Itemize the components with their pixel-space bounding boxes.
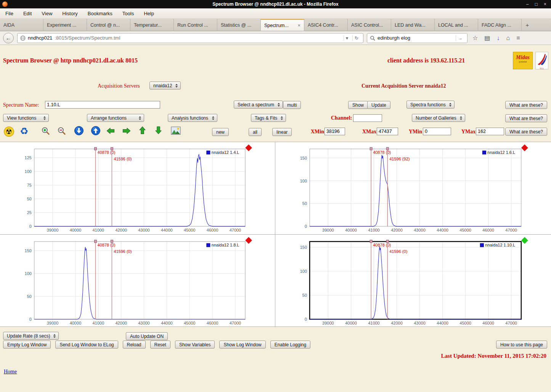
menu-file[interactable]: File	[5, 11, 13, 16]
menu-bookmarks[interactable]: Bookmarks	[88, 11, 112, 16]
tab-run-control-[interactable]: Run Control ...	[174, 19, 217, 31]
search-input[interactable]: edinburgh elog	[378, 35, 453, 41]
tab-statistics-[interactable]: Statistics @ ...	[217, 19, 261, 31]
reload-button[interactable]: Reload	[123, 341, 146, 349]
last-updated-text: Last Updated: November 11, 2015 17:02:20	[441, 353, 546, 359]
chart-panel-1-8-L[interactable]: 3900040000410004200043000440004500046000…	[0, 235, 275, 327]
tags-fits-select[interactable]: Tags & Fits	[251, 114, 286, 122]
arrow-down-icon[interactable]	[155, 126, 162, 135]
auto-update-button[interactable]: Auto Update ON	[126, 332, 168, 340]
tab-spectrum-[interactable]: Spectrum...×	[261, 19, 304, 31]
svg-text:25: 25	[27, 210, 32, 215]
update-rate-select[interactable]: Update Rate (8 secs)	[3, 332, 59, 340]
arrow-left-icon[interactable]	[106, 127, 115, 134]
what-are-these-button-2[interactable]: What are these?	[505, 114, 547, 122]
menu-view[interactable]: View	[42, 11, 52, 16]
select-arrows-icon	[139, 116, 141, 120]
search-bar[interactable]: edinburgh elog →	[367, 33, 467, 43]
svg-text:100: 100	[300, 269, 307, 274]
analysis-functions-select[interactable]: Analysis functions	[168, 114, 217, 122]
reset-button[interactable]: Reset	[150, 341, 170, 349]
radiation-icon[interactable]: ☢	[4, 126, 14, 137]
chart-panel-1-10-L[interactable]: 3900040000410004200043000440004500046000…	[275, 235, 551, 327]
bookmarks-menu-icon[interactable]: ▤	[483, 34, 492, 42]
show-log-window-button[interactable]: Show Log Window	[219, 341, 265, 349]
minimize-button[interactable]: –	[526, 2, 529, 7]
acquisition-server-value: nnaida12	[153, 83, 172, 88]
all-button[interactable]: all	[249, 128, 262, 136]
update-button[interactable]: Update	[367, 101, 390, 109]
recycle-refresh-icon[interactable]: ♻	[20, 126, 28, 136]
tab-asic-control-[interactable]: ASIC Control...	[348, 19, 391, 31]
tab-close-icon[interactable]: ×	[297, 22, 300, 28]
zoom-in-icon[interactable]	[41, 126, 50, 136]
close-button[interactable]: ×	[544, 2, 546, 7]
tab-local-and-[interactable]: LOCAL and ...	[435, 19, 478, 31]
ymin-input[interactable]	[423, 128, 451, 135]
tab-control-n-[interactable]: Control @ n...	[87, 19, 130, 31]
maximize-button[interactable]: □	[535, 2, 538, 7]
spectra-functions-select[interactable]: Spectra functions	[406, 101, 455, 109]
show-button[interactable]: Show	[348, 101, 368, 109]
channel-input[interactable]	[353, 114, 382, 122]
url-bar[interactable]: nndhcp021:8015/Spectrum/Spectrum.tml ▾ ↻	[17, 33, 363, 43]
enable-logging-button[interactable]: Enable Logging	[270, 341, 310, 349]
downloads-icon[interactable]: ↓	[495, 35, 501, 42]
svg-text:0: 0	[29, 317, 32, 322]
midas-logo[interactable]: Midas powered	[513, 52, 533, 69]
arrange-functions-select[interactable]: Arrange functions	[87, 114, 144, 122]
svg-text:39000: 39000	[47, 321, 59, 325]
what-are-these-button-1[interactable]: What are these?	[505, 101, 547, 109]
hamburger-menu-icon[interactable]: ≡	[515, 35, 521, 42]
menu-help[interactable]: Help	[144, 11, 154, 16]
xmin-input[interactable]	[324, 128, 345, 135]
select-arrows-icon	[449, 103, 451, 107]
new-button[interactable]: new	[212, 128, 229, 136]
search-go-icon[interactable]: →	[456, 35, 464, 41]
multi-button[interactable]: multi	[283, 101, 301, 109]
reload-icon[interactable]: ↻	[352, 35, 360, 41]
home-link[interactable]: Home	[4, 369, 17, 375]
zoom-out-icon[interactable]	[57, 126, 66, 136]
gallery-image-icon[interactable]	[171, 126, 181, 135]
tab-fadc-align-[interactable]: FADC Align ...	[478, 19, 522, 31]
acquisition-server-select[interactable]: nnaida12	[149, 82, 181, 90]
back-button[interactable]: ←	[3, 33, 14, 43]
bookmark-star-icon[interactable]: ☆	[471, 34, 479, 42]
menu-edit[interactable]: Edit	[23, 11, 32, 16]
xmax-input[interactable]	[377, 128, 398, 135]
show-variables-button[interactable]: Show Variables	[175, 341, 215, 349]
chart-panel-1-6-L[interactable]: 3900040000410004200043000440004500046000…	[275, 142, 551, 235]
url-history-dropdown-icon[interactable]: ▾	[344, 35, 350, 41]
empty-log-window-button[interactable]: Empty Log Window	[3, 341, 51, 349]
number-of-galleries-select[interactable]: Number of Galleries	[412, 114, 465, 122]
new-tab-button[interactable]: +	[522, 19, 533, 31]
tab-aida[interactable]: AIDA	[0, 19, 43, 31]
menu-tools[interactable]: Tools	[122, 11, 134, 16]
view-functions-select[interactable]: View functions	[3, 114, 49, 122]
ymax-label: YMax	[461, 129, 475, 135]
tab-asic4-contr-[interactable]: ASIC4 Contr...	[304, 19, 348, 31]
spectrum-name-input[interactable]	[45, 101, 160, 109]
scroll-up-sphere-icon[interactable]	[91, 126, 101, 136]
chart-panel-1-4-L[interactable]: 3900040000410004200043000440004500046000…	[0, 142, 275, 235]
send-log-window-to-elog-button[interactable]: Send Log Window to ELog	[55, 341, 118, 349]
arrow-up-icon[interactable]	[139, 126, 146, 135]
tab-led-and-wa-[interactable]: LED and Wa...	[391, 19, 435, 31]
home-icon[interactable]: ⌂	[504, 35, 511, 42]
how-to-use-button[interactable]: How to use this page	[496, 341, 547, 349]
tab-experiment-[interactable]: Experiment ...	[43, 19, 87, 31]
scroll-down-sphere-icon[interactable]	[74, 126, 84, 136]
arrow-right-icon[interactable]	[122, 127, 131, 134]
channel-label: Channel:	[331, 115, 352, 121]
view-functions-value: View functions	[7, 115, 36, 121]
tcl-logo[interactable]: TCL	[535, 52, 548, 69]
what-are-these-button-3[interactable]: What are these?	[505, 128, 547, 136]
menu-history[interactable]: History	[62, 11, 77, 16]
tab-temperatur-[interactable]: Temperatur...	[130, 19, 174, 31]
select-spectrum-dropdown[interactable]: Select a spectrum	[234, 101, 283, 109]
linear-button[interactable]: linear	[272, 128, 292, 136]
svg-text:41596 (92): 41596 (92)	[389, 157, 410, 161]
ymax-input[interactable]	[476, 128, 504, 135]
svg-text:nnaida12 1.8.L: nnaida12 1.8.L	[212, 243, 239, 247]
